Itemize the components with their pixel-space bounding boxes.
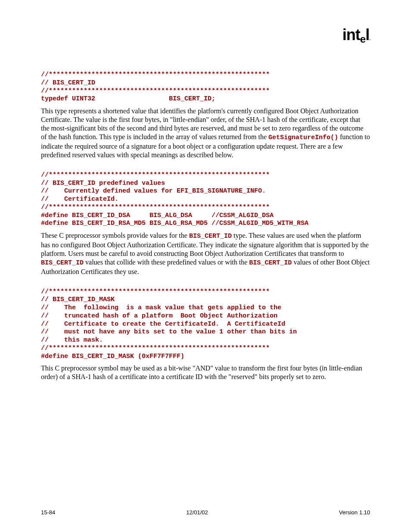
code-inline-biscertid-3: BIS_CERT_ID bbox=[249, 259, 292, 267]
footer-version: Version 1.10 bbox=[339, 509, 370, 516]
para2-text-c: values that collide with these predefine… bbox=[84, 258, 249, 266]
code-inline-getsignatureinfo: GetSignatureInfo() bbox=[268, 134, 338, 141]
code-inline-biscertid-2: BIS_CERT_ID bbox=[41, 259, 84, 267]
paragraph-1: This type represents a shortened value t… bbox=[41, 107, 370, 159]
code-block-3: //**************************************… bbox=[41, 288, 370, 361]
document-page: intel. //*******************************… bbox=[0, 0, 411, 532]
paragraph-3: This C preprocessor symbol may be used a… bbox=[41, 364, 370, 381]
page-footer: 15-84 12/01/02 Version 1.10 bbox=[41, 509, 370, 516]
para2-text-a: These C preprocessor symbols provide val… bbox=[41, 232, 189, 239]
paragraph-2: These C preprocessor symbols provide val… bbox=[41, 231, 370, 276]
footer-page-number: 15-84 bbox=[41, 509, 55, 516]
footer-date: 12/01/02 bbox=[186, 509, 208, 516]
code-block-1: //**************************************… bbox=[41, 71, 370, 103]
intel-logo: intel. bbox=[342, 26, 370, 44]
content-area: //**************************************… bbox=[41, 71, 370, 381]
code-inline-biscertid-1: BIS_CERT_ID bbox=[189, 233, 232, 240]
code-block-2: //**************************************… bbox=[41, 171, 370, 228]
